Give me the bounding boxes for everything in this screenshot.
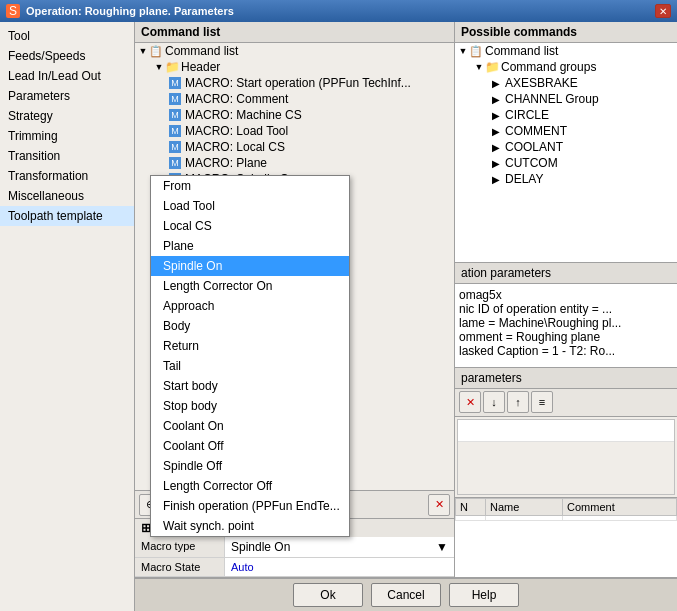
expand-header[interactable]: ▼ bbox=[153, 61, 165, 73]
sidebar-item-parameters[interactable]: Parameters bbox=[0, 86, 134, 106]
pc-icon-2: ▶ bbox=[489, 108, 503, 122]
pc-root-label: Command list bbox=[485, 44, 558, 58]
ok-button[interactable]: Ok bbox=[293, 583, 363, 607]
pc-root[interactable]: ▼ 📋 Command list bbox=[455, 43, 677, 59]
params-up-btn[interactable]: ↑ bbox=[507, 391, 529, 413]
dropdown-item-16[interactable]: Finish operation (PPFun EndTe... bbox=[151, 496, 349, 516]
macro-icon-1: M bbox=[169, 92, 183, 106]
dropdown-item-5[interactable]: Length Corrector On bbox=[151, 276, 349, 296]
possible-commands-scroll[interactable]: ▼ 📋 Command list ▼ 📁 Command groups ▶ bbox=[455, 43, 677, 263]
tree-item-2[interactable]: M MACRO: Machine CS bbox=[135, 107, 454, 123]
pc-expand-root[interactable]: ▼ bbox=[457, 45, 469, 57]
params-delete-btn[interactable]: ✕ bbox=[459, 391, 481, 413]
dropdown-item-2[interactable]: Local CS bbox=[151, 216, 349, 236]
dropdown-item-1[interactable]: Load Tool bbox=[151, 196, 349, 216]
sidebar-item-strategy[interactable]: Strategy bbox=[0, 106, 134, 126]
sidebar-item-miscellaneous[interactable]: Miscellaneous bbox=[0, 186, 134, 206]
dropdown-item-4[interactable]: Spindle On bbox=[151, 256, 349, 276]
main-container: Tool Feeds/Speeds Lead In/Lead Out Param… bbox=[0, 22, 677, 611]
pc-item-2[interactable]: ▶ CIRCLE bbox=[455, 107, 677, 123]
dropdown-item-7[interactable]: Body bbox=[151, 316, 349, 336]
bottom-bar: Ok Cancel Help bbox=[135, 577, 677, 611]
pc-label-4: COOLANT bbox=[505, 140, 563, 154]
tree-item-1[interactable]: M MACRO: Comment bbox=[135, 91, 454, 107]
header-folder-icon: 📁 bbox=[165, 60, 179, 74]
sidebar-item-trimming[interactable]: Trimming bbox=[0, 126, 134, 146]
tree-item-label-0: MACRO: Start operation (PPFun TechInf... bbox=[185, 76, 411, 90]
macro-type-value: Spindle On ▼ bbox=[225, 537, 454, 557]
col-name: Name bbox=[486, 499, 563, 516]
params-input-area bbox=[457, 419, 675, 496]
pc-item-1[interactable]: ▶ CHANNEL Group bbox=[455, 91, 677, 107]
command-list-panel: Command list ▼ 📋 Command list ▼ bbox=[135, 22, 455, 577]
pc-root-icon: 📋 bbox=[469, 44, 483, 58]
op-params-title-text: ation parameters bbox=[461, 266, 551, 280]
macro-icon-3: M bbox=[169, 124, 183, 138]
pc-label-0: AXESBRAKE bbox=[505, 76, 578, 90]
tree-item-4[interactable]: M MACRO: Local CS bbox=[135, 139, 454, 155]
dropdown-item-8[interactable]: Return bbox=[151, 336, 349, 356]
tree-item-label-4: MACRO: Local CS bbox=[185, 140, 285, 154]
pc-groups[interactable]: ▼ 📁 Command groups bbox=[455, 59, 677, 75]
pc-icon-0: ▶ bbox=[489, 76, 503, 90]
sidebar-item-lead[interactable]: Lead In/Lead Out bbox=[0, 66, 134, 86]
macro-properties: Macro type Spindle On ▼ Macro State Auto bbox=[135, 537, 454, 577]
dropdown-item-15[interactable]: Length Corrector Off bbox=[151, 476, 349, 496]
command-list-title: Command list bbox=[135, 22, 454, 43]
root-folder-icon: 📋 bbox=[149, 44, 163, 58]
pc-item-6[interactable]: ▶ DELAY bbox=[455, 171, 677, 187]
pc-icon-1: ▶ bbox=[489, 92, 503, 106]
macro-state-row: Macro State Auto bbox=[135, 558, 454, 577]
sidebar-item-toolpath[interactable]: Toolpath template bbox=[0, 206, 134, 226]
app-icon: S bbox=[6, 4, 20, 18]
tree-item-0[interactable]: M MACRO: Start operation (PPFun TechInf.… bbox=[135, 75, 454, 91]
pc-icon-3: ▶ bbox=[489, 124, 503, 138]
sidebar-item-transformation[interactable]: Transformation bbox=[0, 166, 134, 186]
op-params-title: ation parameters bbox=[455, 263, 677, 284]
params-down-btn[interactable]: ↓ bbox=[483, 391, 505, 413]
dropdown-item-17[interactable]: Wait synch. point bbox=[151, 516, 349, 536]
tree-item-label-2: MACRO: Machine CS bbox=[185, 108, 302, 122]
help-button[interactable]: Help bbox=[449, 583, 519, 607]
sidebar-item-tool[interactable]: Tool bbox=[0, 26, 134, 46]
pc-item-0[interactable]: ▶ AXESBRAKE bbox=[455, 75, 677, 91]
params-list-btn[interactable]: ≡ bbox=[531, 391, 553, 413]
tree-root[interactable]: ▼ 📋 Command list bbox=[135, 43, 454, 59]
tree-header-section[interactable]: ▼ 📁 Header bbox=[135, 59, 454, 75]
root-label: Command list bbox=[165, 44, 238, 58]
dropdown-item-10[interactable]: Start body bbox=[151, 376, 349, 396]
dropdown-item-12[interactable]: Coolant On bbox=[151, 416, 349, 436]
title-bar: S Operation: Roughing plane. Parameters … bbox=[0, 0, 677, 22]
dropdown-item-13[interactable]: Coolant Off bbox=[151, 436, 349, 456]
error-button[interactable]: ✕ bbox=[428, 494, 450, 516]
dropdown-item-3[interactable]: Plane bbox=[151, 236, 349, 256]
sidebar-item-transition[interactable]: Transition bbox=[0, 146, 134, 166]
pc-item-4[interactable]: ▶ COOLANT bbox=[455, 139, 677, 155]
window-title: Operation: Roughing plane. Parameters bbox=[26, 5, 649, 17]
dropdown-item-11[interactable]: Stop body bbox=[151, 396, 349, 416]
op-params-section: ation parameters omag5x nic ID of operat… bbox=[455, 263, 677, 577]
dropdown-item-0[interactable]: From bbox=[151, 176, 349, 196]
close-button[interactable]: ✕ bbox=[655, 4, 671, 18]
possible-commands-title: Possible commands bbox=[455, 22, 677, 43]
cancel-button[interactable]: Cancel bbox=[371, 583, 441, 607]
op-param-line-3: omment = Roughing plane bbox=[459, 330, 673, 344]
tree-item-3[interactable]: M MACRO: Load Tool bbox=[135, 123, 454, 139]
macro-type-dropdown[interactable]: ▼ bbox=[436, 540, 448, 554]
expand-root[interactable]: ▼ bbox=[137, 45, 149, 57]
pc-expand-groups[interactable]: ▼ bbox=[473, 61, 485, 73]
dropdown-item-9[interactable]: Tail bbox=[151, 356, 349, 376]
macro-icon-4: M bbox=[169, 140, 183, 154]
tree-item-label-1: MACRO: Comment bbox=[185, 92, 288, 106]
pc-label-6: DELAY bbox=[505, 172, 543, 186]
top-panels: Command list ▼ 📋 Command list ▼ bbox=[135, 22, 677, 577]
dropdown-item-14[interactable]: Spindle Off bbox=[151, 456, 349, 476]
tree-item-5[interactable]: M MACRO: Plane bbox=[135, 155, 454, 171]
pc-item-3[interactable]: ▶ COMMENT bbox=[455, 123, 677, 139]
pc-groups-label: Command groups bbox=[501, 60, 596, 74]
macro-type-text: Spindle On bbox=[231, 540, 290, 554]
dropdown-item-6[interactable]: Approach bbox=[151, 296, 349, 316]
params-table-area[interactable]: N Name Comment bbox=[455, 497, 677, 577]
sidebar-item-feeds[interactable]: Feeds/Speeds bbox=[0, 46, 134, 66]
pc-item-5[interactable]: ▶ CUTCOM bbox=[455, 155, 677, 171]
